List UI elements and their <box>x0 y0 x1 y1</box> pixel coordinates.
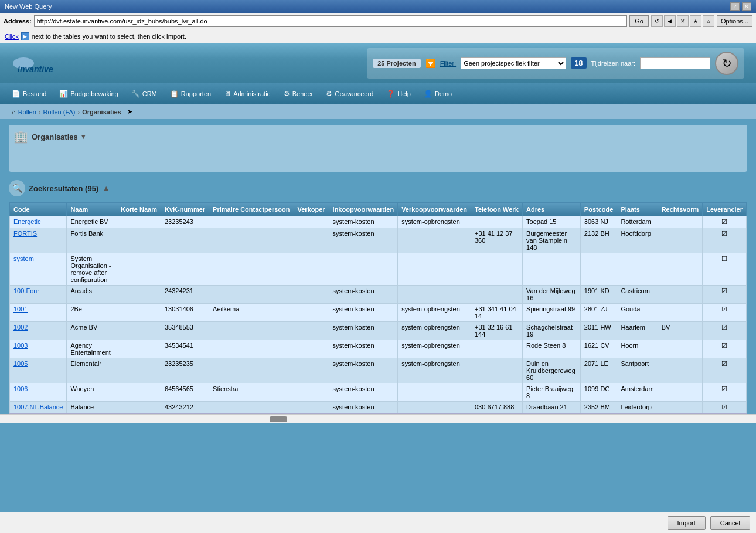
table-cell[interactable]: ☐ <box>703 253 747 286</box>
table-cell[interactable]: 1006 <box>10 383 67 402</box>
table-cell <box>658 383 703 402</box>
table-cell: Hoorn <box>617 340 658 358</box>
nav-budgetbewaking[interactable]: 📊 Budgetbewaking <box>53 87 124 100</box>
table-cell <box>294 228 329 253</box>
table-cell[interactable]: ☑ <box>703 340 747 358</box>
table-cell[interactable]: ☑ <box>703 383 747 402</box>
row-code-link[interactable]: 100.Four <box>13 287 39 294</box>
beheer-icon: ⚙ <box>284 90 290 98</box>
table-cell: system-opbrengsten <box>398 340 471 358</box>
table-cell <box>209 286 294 304</box>
help-btn[interactable]: ? <box>730 2 740 11</box>
nav-budgetbewaking-label: Budgetbewaking <box>70 90 118 97</box>
nav-beheer[interactable]: ⚙ Beheer <box>278 87 319 100</box>
back-icon[interactable]: ◀ <box>664 15 676 27</box>
tijdreizen-input[interactable] <box>640 57 710 69</box>
nav-crm[interactable]: 🔧 CRM <box>125 87 163 100</box>
row-code-link[interactable]: 1003 <box>13 342 28 349</box>
close-btn[interactable]: ✕ <box>742 2 751 11</box>
nav-crm-label: CRM <box>142 90 157 97</box>
table-cell[interactable]: Energetic <box>10 216 67 228</box>
row-code-link[interactable]: 1007.NL.Balance <box>13 403 63 410</box>
col-leverancier: Leverancier <box>703 203 747 216</box>
table-cell[interactable]: ☑ <box>703 358 747 383</box>
table-cell: 34534541 <box>161 340 209 358</box>
table-cell[interactable]: 1001 <box>10 304 67 322</box>
table-cell <box>658 228 703 253</box>
table-cell: Burgemeester van Stamplein 148 <box>523 228 581 253</box>
nav-geavanceerd[interactable]: ⚙ Geavanceerd <box>320 87 379 100</box>
rapporten-icon: 📋 <box>170 90 179 98</box>
main-wrapper: invantive 25 Projecten 🔽 Filter: Geen pr… <box>0 43 756 533</box>
table-cell <box>658 304 703 322</box>
fav-icon[interactable]: ★ <box>690 15 701 27</box>
table-cell: 64564565 <box>161 383 209 402</box>
table-cell <box>658 402 703 413</box>
table-cell: system-kosten <box>329 304 398 322</box>
filter-dropdown[interactable]: Geen projectspecifiek filter <box>461 57 566 69</box>
table-cell <box>658 286 703 304</box>
row-code-link[interactable]: system <box>13 255 34 262</box>
table-cell[interactable]: ☑ <box>703 304 747 322</box>
table-cell: system-kosten <box>329 340 398 358</box>
refresh-button[interactable]: ↻ <box>715 52 738 75</box>
row-code-link[interactable]: 1001 <box>13 305 28 313</box>
table-cell[interactable]: 1005 <box>10 358 67 383</box>
import-button[interactable]: Import <box>668 516 706 530</box>
nav-rapporten[interactable]: 📋 Rapporten <box>164 87 217 100</box>
table-cell <box>398 286 471 304</box>
table-cell: Pieter Braaijweg 8 <box>523 383 581 402</box>
cancel-button[interactable]: Cancel <box>710 516 750 530</box>
table-cell: Schagchelstraat 19 <box>523 322 581 340</box>
filter-label[interactable]: Filter: <box>440 60 457 67</box>
go-button[interactable]: Go <box>629 15 649 27</box>
col-naam: Naam <box>67 203 117 216</box>
home-icon[interactable]: ⌂ <box>703 15 714 27</box>
table-cell[interactable]: 1003 <box>10 340 67 358</box>
org-collapse-btn[interactable]: ▾ <box>81 133 85 141</box>
options-button[interactable]: Options... <box>717 15 752 27</box>
breadcrumb-rollen[interactable]: Rollen <box>18 108 36 116</box>
table-cell <box>329 253 398 286</box>
col-postcode: Postcode <box>580 203 617 216</box>
table-cell[interactable]: ☑ <box>703 216 747 228</box>
table-cell[interactable]: ☑ <box>703 228 747 253</box>
table-cell[interactable]: ☑ <box>703 402 747 413</box>
window-controls: ? ✕ <box>730 2 751 11</box>
nav-bestand[interactable]: 📄 Bestand <box>6 87 52 100</box>
table-cell <box>209 216 294 228</box>
table-cell[interactable]: 1002 <box>10 322 67 340</box>
table-cell[interactable]: ☑ <box>703 322 747 340</box>
table-cell: system-kosten <box>329 322 398 340</box>
collapse-search-btn[interactable]: ▲ <box>102 184 110 193</box>
breadcrumb-rollen-fa[interactable]: Rollen (FA) <box>43 108 76 116</box>
table-cell <box>294 340 329 358</box>
nav-demo[interactable]: 👤 Demo <box>418 87 458 100</box>
instruction-text: next to the tables you want to select, t… <box>32 33 186 40</box>
refresh-icon[interactable]: ↺ <box>651 15 663 27</box>
table-cell[interactable]: 1007.NL.Balance <box>10 402 67 413</box>
stop-icon[interactable]: ✕ <box>677 15 689 27</box>
bottom-scrollbar[interactable] <box>0 414 756 423</box>
table-cell[interactable]: ☑ <box>703 286 747 304</box>
address-bar: Address: Go ↺ ◀ ✕ ★ ⌂ Options... <box>0 13 756 29</box>
table-cell[interactable]: system <box>10 253 67 286</box>
nav-help[interactable]: ❓ Help <box>380 87 417 100</box>
table-cell[interactable]: FORTIS <box>10 228 67 253</box>
address-input[interactable] <box>34 15 628 27</box>
click-link[interactable]: Click <box>5 33 19 40</box>
row-code-link[interactable]: 1006 <box>13 385 28 392</box>
row-code-link[interactable]: FORTIS <box>13 230 37 237</box>
table-cell <box>117 228 161 253</box>
filter-icon: 🔽 <box>425 59 435 68</box>
row-code-link[interactable]: Energetic <box>13 218 40 225</box>
row-code-link[interactable]: 1002 <box>13 324 28 331</box>
table-cell <box>471 340 523 358</box>
nav-icons: ↺ ◀ ✕ ★ ⌂ <box>651 15 714 27</box>
table-cell[interactable]: 100.Four <box>10 286 67 304</box>
breadcrumb-nav-icon[interactable]: ➤ <box>127 108 132 116</box>
col-korte: Korte Naam <box>117 203 161 216</box>
nav-administratie[interactable]: 🖥 Administratie <box>218 87 277 100</box>
row-code-link[interactable]: 1005 <box>13 360 28 367</box>
table-cell: Balance <box>67 402 117 413</box>
